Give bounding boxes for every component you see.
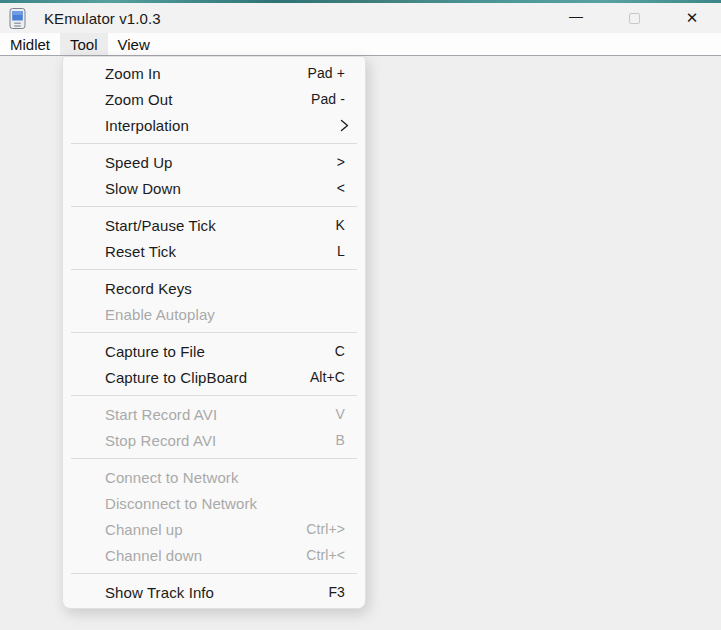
menu-separator (71, 395, 357, 396)
menu-item-show-track-info[interactable]: Show Track InfoF3 (63, 579, 365, 605)
menu-item-shortcut: Alt+C (310, 369, 345, 385)
menubar: Midlet Tool View (0, 33, 721, 56)
minimize-button[interactable]: — (547, 3, 605, 33)
menu-item-shortcut: L (337, 243, 345, 259)
menu-item-zoom-in[interactable]: Zoom InPad + (63, 60, 365, 86)
menu-item-shortcut: Pad - (311, 91, 345, 107)
menu-item-label: Capture to ClipBoard (105, 369, 247, 386)
menubar-item-midlet[interactable]: Midlet (0, 33, 60, 55)
menu-item-shortcut: C (335, 343, 345, 359)
menu-separator (71, 269, 357, 270)
menu-item-shortcut: K (336, 217, 345, 233)
menu-item-label: Start/Pause Tick (105, 217, 216, 234)
menu-item-stop-record-avi: Stop Record AVIB (63, 427, 365, 453)
window-title: KEmulator v1.0.3 (44, 10, 161, 27)
menu-item-label: Start Record AVI (105, 406, 217, 423)
menu-item-zoom-out[interactable]: Zoom OutPad - (63, 86, 365, 112)
menubar-item-tool[interactable]: Tool (60, 33, 108, 55)
app-window: KEmulator v1.0.3 — ✕ Midlet Tool View Zo… (0, 0, 721, 630)
menu-separator (71, 458, 357, 459)
menu-item-shortcut: Pad + (308, 65, 345, 81)
menu-item-shortcut: > (337, 154, 345, 170)
kemulator-phone-icon (9, 8, 26, 29)
window-controls: — ✕ (547, 3, 721, 33)
menu-separator (71, 332, 357, 333)
menu-item-enable-autoplay: Enable Autoplay (63, 301, 365, 327)
menu-item-label: Show Track Info (105, 584, 214, 601)
menu-item-label: Connect to Network (105, 469, 239, 486)
menu-item-label: Reset Tick (105, 243, 176, 260)
menu-separator (71, 206, 357, 207)
menu-item-shortcut: < (337, 180, 345, 196)
menu-item-connect-to-network: Connect to Network (63, 464, 365, 490)
menu-item-capture-to-file[interactable]: Capture to FileC (63, 338, 365, 364)
titlebar: KEmulator v1.0.3 — ✕ (0, 3, 721, 33)
menu-item-slow-down[interactable]: Slow Down< (63, 175, 365, 201)
menu-item-label: Channel up (105, 521, 183, 538)
menu-item-speed-up[interactable]: Speed Up> (63, 149, 365, 175)
menu-item-label: Channel down (105, 547, 202, 564)
menu-item-label: Interpolation (105, 117, 189, 134)
menu-separator (71, 573, 357, 574)
menu-item-start-pause-tick[interactable]: Start/Pause TickK (63, 212, 365, 238)
menu-item-reset-tick[interactable]: Reset TickL (63, 238, 365, 264)
menu-separator (71, 143, 357, 144)
menu-item-disconnect-to-network: Disconnect to Network (63, 490, 365, 516)
tool-menu: Zoom InPad +Zoom OutPad -InterpolationSp… (62, 56, 366, 609)
menu-item-capture-to-clipboard[interactable]: Capture to ClipBoardAlt+C (63, 364, 365, 390)
menu-item-shortcut: V (336, 406, 345, 422)
menu-item-record-keys[interactable]: Record Keys (63, 275, 365, 301)
menu-item-label: Capture to File (105, 343, 205, 360)
menu-item-label: Stop Record AVI (105, 432, 216, 449)
minimize-icon: — (569, 8, 583, 24)
menu-item-label: Slow Down (105, 180, 181, 197)
maximize-icon (629, 13, 640, 24)
menu-item-shortcut: F3 (328, 584, 345, 600)
menu-item-channel-down: Channel downCtrl+< (63, 542, 365, 568)
menu-item-shortcut: Ctrl+< (306, 547, 345, 563)
menu-item-label: Zoom Out (105, 91, 173, 108)
menubar-item-view[interactable]: View (108, 33, 160, 55)
menu-item-start-record-avi: Start Record AVIV (63, 401, 365, 427)
menu-item-shortcut: B (336, 432, 345, 448)
close-button[interactable]: ✕ (663, 3, 721, 33)
menu-item-label: Record Keys (105, 280, 192, 297)
menu-item-channel-up: Channel upCtrl+> (63, 516, 365, 542)
menu-item-label: Speed Up (105, 154, 173, 171)
menu-item-label: Disconnect to Network (105, 495, 257, 512)
menu-item-shortcut: Ctrl+> (306, 521, 345, 537)
menu-item-interpolation[interactable]: Interpolation (63, 112, 365, 138)
maximize-button[interactable] (605, 3, 663, 33)
close-icon: ✕ (686, 9, 699, 27)
submenu-arrow-icon (340, 119, 349, 132)
menu-item-label: Zoom In (105, 65, 161, 82)
menu-item-label: Enable Autoplay (105, 306, 215, 323)
